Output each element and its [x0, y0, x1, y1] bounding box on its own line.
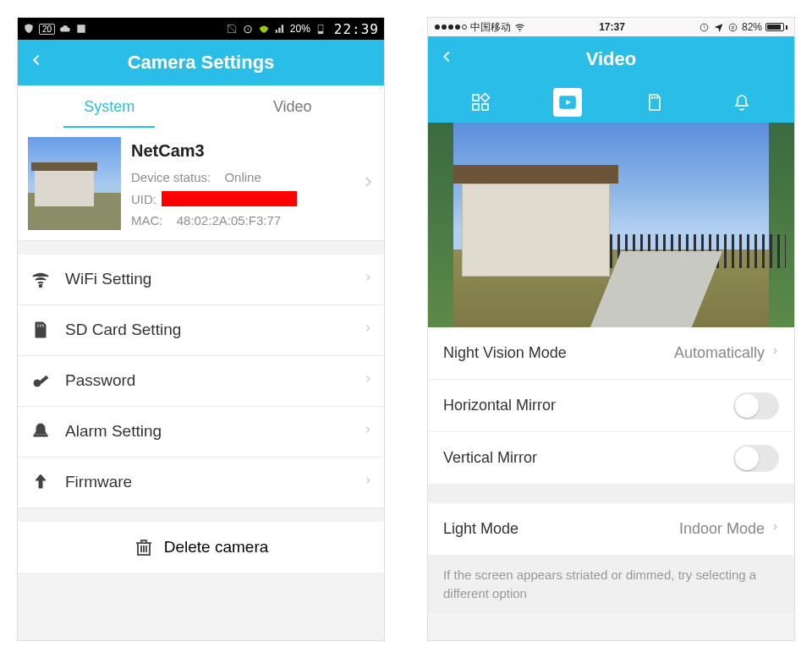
chevron-right-icon [364, 473, 372, 492]
svg-rect-5 [40, 324, 41, 327]
carrier-label: 中国移动 [470, 20, 511, 35]
sub-toolbar [428, 82, 794, 123]
svg-point-7 [34, 380, 41, 387]
light-mode-value: Indoor Mode [679, 520, 765, 538]
svg-rect-14 [473, 95, 479, 101]
android-phone: 20 20% 22:39 Camera Settings System Vide… [17, 17, 385, 641]
tab-sdcard[interactable] [640, 88, 669, 117]
sd-card-setting-row[interactable]: SD Card Setting [18, 305, 384, 356]
svg-rect-2 [318, 31, 323, 34]
svg-rect-16 [473, 104, 479, 110]
svg-rect-6 [42, 324, 44, 327]
chevron-right-icon [362, 171, 374, 196]
battery-percent: 20% [290, 23, 310, 35]
wifi-icon [514, 22, 525, 33]
page-title: Camera Settings [50, 52, 352, 74]
light-mode-row[interactable]: Light Mode Indoor Mode [428, 503, 794, 556]
video-settings-list: Night Vision Mode Automatically Horizont… [428, 327, 794, 485]
alarm-icon [242, 23, 254, 35]
night-vision-row[interactable]: Night Vision Mode Automatically [428, 327, 794, 380]
tab-video[interactable] [553, 88, 582, 117]
dnd-icon [699, 22, 710, 33]
battery-percent: 82% [742, 21, 762, 33]
horizontal-mirror-row: Horizontal Mirror [428, 380, 794, 432]
clock: 22:39 [334, 21, 379, 37]
ios-status-bar: 中国移动 17:37 82% [428, 18, 794, 36]
svg-point-12 [729, 24, 737, 31]
camera-thumbnail [28, 137, 121, 230]
chevron-right-icon [364, 422, 372, 441]
page-title: Video [460, 48, 762, 70]
firmware-row[interactable]: Firmware [18, 458, 384, 508]
location-icon [713, 22, 724, 33]
svg-rect-15 [480, 94, 489, 102]
signal-dots [435, 25, 467, 30]
android-status-bar: 20 20% 22:39 [18, 18, 384, 40]
wifi-icon [30, 269, 52, 289]
device-info: NetCam3 Device status: Online UID: MAC: … [131, 136, 352, 232]
svg-rect-8 [40, 376, 48, 384]
key-icon [30, 370, 52, 391]
vertical-mirror-row: Vertical Mirror [428, 432, 794, 485]
device-uid-redacted [162, 191, 297, 206]
tab-alarm[interactable] [727, 88, 756, 117]
wifi-icon [258, 23, 270, 35]
shield-icon [23, 23, 35, 35]
header-bar: Video [428, 36, 794, 82]
svg-rect-4 [37, 324, 39, 327]
chevron-right-icon [771, 520, 779, 538]
settings-list: WiFi Setting SD Card Setting Password Al… [18, 255, 384, 508]
rotation-lock-icon [727, 22, 738, 33]
tab-system[interactable]: System [18, 85, 201, 128]
delete-camera-button[interactable]: Delete camera [18, 522, 384, 573]
svg-point-10 [519, 30, 520, 31]
battery-icon [765, 23, 787, 31]
chevron-right-icon [771, 344, 779, 362]
notification-count: 20 [39, 24, 55, 35]
device-name: NetCam3 [131, 136, 352, 165]
tab-grid[interactable] [466, 88, 495, 117]
clock: 17:37 [599, 21, 625, 33]
svg-rect-9 [34, 435, 47, 436]
cloud-icon [59, 23, 71, 35]
bell-icon [30, 421, 52, 441]
chevron-right-icon [364, 270, 372, 289]
device-status: Online [224, 167, 261, 189]
image-icon [75, 23, 87, 35]
back-button[interactable] [440, 47, 460, 72]
battery-icon [315, 23, 326, 35]
tabs: System Video [18, 85, 384, 128]
svg-rect-13 [732, 26, 733, 29]
horizontal-mirror-toggle[interactable] [733, 392, 779, 419]
light-mode-hint: If the screen appears striated or dimmed… [428, 556, 794, 613]
chevron-right-icon [364, 321, 372, 340]
night-vision-value: Automatically [674, 344, 765, 362]
tab-video[interactable]: Video [201, 85, 385, 128]
header-bar: Camera Settings [18, 40, 384, 85]
wifi-setting-row[interactable]: WiFi Setting [18, 255, 384, 305]
vertical-mirror-toggle[interactable] [733, 445, 779, 472]
chevron-right-icon [364, 371, 372, 391]
trash-icon [134, 537, 154, 557]
alarm-setting-row[interactable]: Alarm Setting [18, 407, 384, 458]
device-mac: 48:02:2A:05:F3:77 [177, 210, 281, 232]
password-row[interactable]: Password [18, 356, 384, 407]
back-button[interactable] [30, 50, 50, 75]
device-card[interactable]: NetCam3 Device status: Online UID: MAC: … [18, 128, 384, 241]
svg-point-3 [40, 285, 42, 288]
ios-phone: 中国移动 17:37 82% Video Night Vision Mode A… [427, 17, 795, 641]
camera-preview[interactable] [428, 123, 794, 327]
no-sim-icon [226, 23, 238, 35]
signal-icon [274, 23, 286, 35]
sd-card-icon [30, 320, 52, 340]
upload-icon [30, 472, 52, 492]
svg-rect-17 [482, 104, 488, 110]
